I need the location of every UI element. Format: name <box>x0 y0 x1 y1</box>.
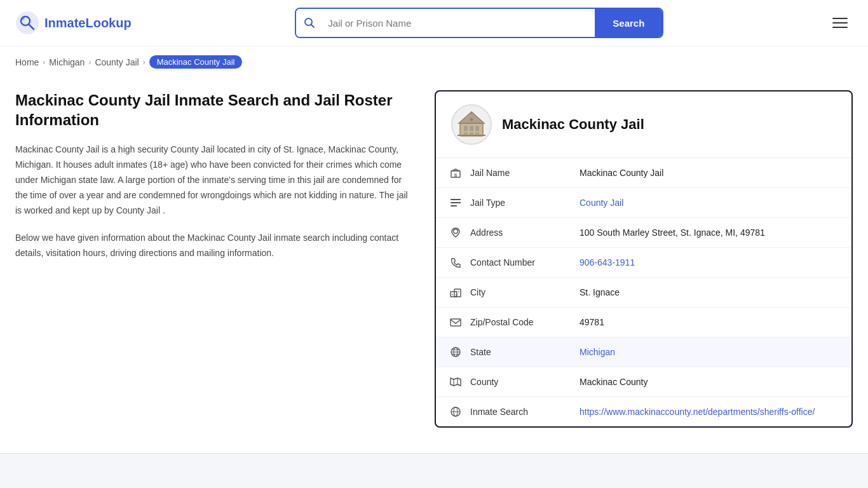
svg-point-23 <box>454 229 458 234</box>
row-state: State Michigan <box>436 337 851 367</box>
svg-rect-9 <box>475 126 479 131</box>
contact-link[interactable]: 906-643-1911 <box>580 257 635 268</box>
svg-rect-21 <box>451 202 461 203</box>
row-county: County Mackinac County <box>436 367 851 397</box>
address-label: Address <box>470 227 572 238</box>
map-row-icon <box>449 376 463 388</box>
breadcrumb: Home › Michigan › County Jail › Mackinac… <box>0 46 868 78</box>
logo-icon <box>15 11 39 35</box>
svg-rect-25 <box>454 289 461 297</box>
svg-point-0 <box>16 11 39 34</box>
building-row-icon <box>449 167 463 179</box>
breadcrumb-chevron-1: › <box>43 58 45 67</box>
phone-row-icon <box>449 257 463 268</box>
hamburger-line-2 <box>832 22 848 24</box>
menu-button[interactable] <box>827 13 853 33</box>
svg-rect-26 <box>452 294 453 295</box>
logo-text: InmateLookup <box>44 16 132 30</box>
svg-marker-36 <box>451 378 461 386</box>
svg-marker-18 <box>451 168 461 171</box>
logo-prefix: Inmate <box>44 16 85 30</box>
jail-avatar <box>451 104 492 145</box>
hamburger-line-3 <box>832 27 848 28</box>
inmate-search-link[interactable]: https://www.mackinaccounty.net/departmen… <box>580 407 815 417</box>
breadcrumb-chevron-2: › <box>88 58 91 67</box>
state-link[interactable]: Michigan <box>580 347 615 357</box>
search-icon <box>304 17 315 29</box>
contact-value: 906-643-1911 <box>580 257 839 268</box>
jail-name-label: Jail Name <box>470 168 572 178</box>
inmate-search-value: https://www.mackinaccounty.net/departmen… <box>580 407 839 417</box>
county-value: Mackinac County <box>580 377 839 387</box>
mail-row-icon <box>449 316 463 328</box>
city-row-icon <box>449 287 463 298</box>
row-contact: Contact Number 906-643-1911 <box>436 248 851 278</box>
svg-rect-8 <box>470 126 473 131</box>
globe2-row-icon <box>449 406 463 417</box>
header: InmateLookup Search <box>0 0 868 46</box>
row-zip: Zip/Postal Code 49781 <box>436 308 851 337</box>
card-header: Mackinac County Jail <box>436 92 851 158</box>
card-title: Mackinac County Jail <box>502 116 644 133</box>
right-column: Mackinac County Jail Jail Name Mackinac … <box>435 90 853 428</box>
jail-name-value: Mackinac County Jail <box>580 168 839 178</box>
logo-suffix: Lookup <box>85 16 131 30</box>
contact-label: Contact Number <box>470 257 572 268</box>
svg-rect-22 <box>451 205 457 207</box>
inmate-search-label: Inmate Search <box>470 407 572 417</box>
logo-link[interactable]: InmateLookup <box>15 11 132 35</box>
breadcrumb-current: Mackinac County Jail <box>149 55 243 69</box>
row-jail-name: Jail Name Mackinac County Jail <box>436 158 851 188</box>
page-title: Mackinac County Jail Inmate Search and J… <box>15 90 409 130</box>
info-card: Mackinac County Jail Jail Name Mackinac … <box>435 90 853 428</box>
svg-rect-7 <box>464 126 468 131</box>
breadcrumb-home[interactable]: Home <box>15 57 39 67</box>
left-column: Mackinac County Jail Inmate Search and J… <box>15 90 435 428</box>
row-city: City St. Ignace <box>436 278 851 308</box>
row-inmate-search: Inmate Search https://www.mackinaccounty… <box>436 397 851 426</box>
jail-type-label: Jail Type <box>470 198 572 208</box>
state-value: Michigan <box>580 347 839 357</box>
breadcrumb-michigan[interactable]: Michigan <box>49 57 85 67</box>
address-value: 100 South Marley Street, St. Ignace, MI,… <box>580 227 839 238</box>
list-row-icon <box>449 197 463 208</box>
svg-rect-28 <box>458 291 459 292</box>
breadcrumb-county-jail[interactable]: County Jail <box>95 57 139 67</box>
svg-rect-29 <box>456 294 457 297</box>
jail-type-value: County Jail <box>580 198 839 208</box>
page-description-1: Mackinac County Jail is a high security … <box>15 142 409 218</box>
info-table: Jail Name Mackinac County Jail Jail Type… <box>436 158 851 426</box>
svg-rect-16 <box>458 135 485 136</box>
zip-value: 49781 <box>580 317 839 327</box>
svg-rect-20 <box>451 199 461 200</box>
city-value: St. Ignace <box>580 287 839 297</box>
zip-label: Zip/Postal Code <box>470 317 572 327</box>
svg-point-3 <box>22 17 25 20</box>
row-address: Address 100 South Marley Street, St. Ign… <box>436 218 851 248</box>
search-input[interactable] <box>323 11 595 35</box>
breadcrumb-chevron-3: › <box>143 58 146 67</box>
pin-row-icon <box>449 227 463 238</box>
row-jail-type: Jail Type County Jail <box>436 188 851 218</box>
globe-row-icon <box>449 346 463 358</box>
city-label: City <box>470 287 572 297</box>
hamburger-line-1 <box>832 18 848 19</box>
search-area: Search <box>295 8 663 38</box>
jail-type-link[interactable]: County Jail <box>580 198 623 208</box>
svg-rect-30 <box>451 319 461 326</box>
county-label: County <box>470 377 572 387</box>
svg-point-14 <box>470 118 473 121</box>
footer-bar <box>0 453 868 488</box>
svg-line-5 <box>311 25 315 28</box>
page-description-2: Below we have given information about th… <box>15 231 409 261</box>
svg-rect-19 <box>454 173 457 177</box>
state-label: State <box>470 347 572 357</box>
building-icon <box>455 108 488 141</box>
search-button[interactable]: Search <box>595 9 662 37</box>
search-icon-wrap <box>296 9 323 37</box>
svg-rect-27 <box>456 291 457 292</box>
search-wrapper: Search <box>295 8 663 38</box>
main-content: Mackinac County Jail Inmate Search and J… <box>0 78 868 453</box>
